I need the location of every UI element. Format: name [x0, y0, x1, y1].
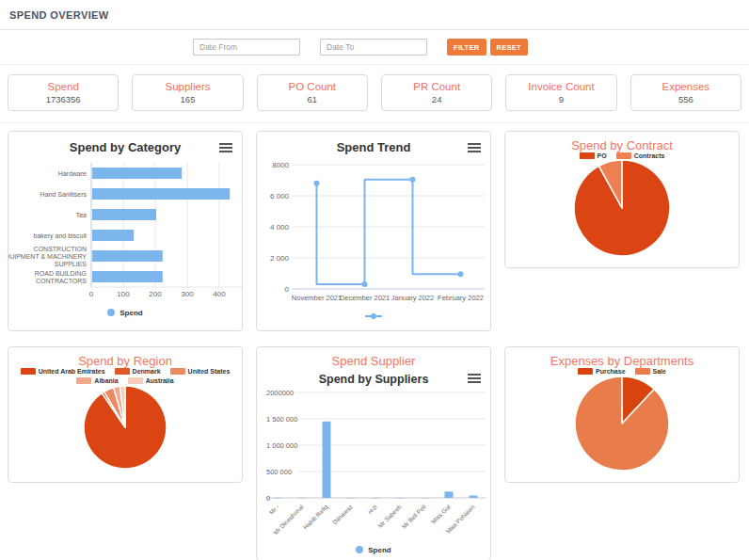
chart-legend[interactable]: Spend	[257, 541, 490, 558]
axis-tick-label: Dilnawaz	[331, 504, 354, 526]
bar-CONSTRUCTION[interactable]	[92, 250, 163, 262]
date-from-input[interactable]	[193, 39, 300, 56]
legend-swatch-icon	[578, 368, 593, 375]
axis-tick-label: 8000	[272, 161, 289, 169]
bar-bakery and biscuit[interactable]	[92, 230, 134, 241]
spend-by-region-card: Spend by Region United Arab EmiratesDenm…	[8, 346, 243, 483]
data-point-December 2021[interactable]	[362, 281, 368, 287]
legend-swatch-icon	[170, 368, 185, 375]
axis-tick-label: SUPPLIES	[55, 261, 88, 267]
card-title: Spend by Contract	[505, 132, 739, 152]
trend-line-plot: 02 0004 0006 0008000November 2021Decembe…	[257, 157, 490, 306]
chart-menu-icon[interactable]	[219, 143, 232, 152]
pie-slice-Sale[interactable]	[575, 376, 669, 471]
legend-label: Purchase	[596, 368, 626, 375]
legend-label: Sale	[653, 368, 666, 375]
stat-value: 24	[432, 94, 442, 104]
stat-value: 61	[308, 94, 318, 104]
axis-tick-label: Mr Sabeeh	[376, 503, 403, 529]
legend-item-Australia[interactable]: Australia	[128, 377, 174, 384]
legend-label: Australia	[146, 377, 174, 384]
axis-tick-label: 6 000	[270, 192, 290, 200]
axis-tick-label: 0	[266, 494, 270, 503]
legend-label: Spend	[120, 309, 142, 317]
legend-swatch-icon	[128, 377, 143, 384]
axis-tick-label: EQUIPMENT & MACHINERY	[8, 253, 87, 261]
pie-legend: POContracts	[505, 152, 739, 159]
axis-tick-label: 2 000	[270, 254, 290, 263]
spend-trend-card: Spend Trend 02 0004 0006 0008000November…	[256, 131, 491, 331]
axis-tick-label: Habib Rafiq	[302, 503, 330, 531]
category-bar-plot: 0100200300400500HardwareHand SanitisersT…	[8, 157, 242, 302]
axis-tick-label: Hand Sanitisers	[40, 191, 88, 198]
axis-tick-label: November 2021	[292, 294, 342, 302]
axis-tick-label: Mr -	[268, 504, 280, 516]
legend-label: Spend	[368, 546, 390, 554]
legend-item-Contracts[interactable]: Contracts	[616, 152, 665, 159]
legend-item-Denmark[interactable]: Denmark	[115, 368, 161, 375]
contract-pie-plot	[505, 159, 739, 261]
bar-Miss Pehlawn[interactable]	[470, 495, 478, 498]
legend-item-PO[interactable]: PO	[580, 152, 607, 159]
legend-swatch-icon	[616, 152, 631, 159]
stat-label: Spend	[48, 81, 79, 92]
axis-tick-label: January 2022	[391, 294, 434, 302]
legend-item-Sale[interactable]: Sale	[635, 368, 666, 375]
stat-label: PO Count	[289, 81, 337, 92]
axis-tick-label: 1 500 000	[266, 415, 297, 424]
reset-button[interactable]: RESET	[490, 39, 529, 56]
bar-ROAD BUILDING[interactable]	[92, 271, 163, 282]
stat-card-po-count: PO Count 61	[257, 74, 368, 111]
axis-tick-label: December 2021	[340, 294, 390, 302]
axis-tick-label: CONSTRUCTION	[34, 246, 87, 252]
chart-title: Spend by Category	[8, 132, 242, 157]
pie-legend: PurchaseSale	[505, 368, 739, 375]
axis-tick-label: rezi	[366, 504, 377, 515]
stat-label: Invoice Count	[528, 81, 594, 92]
page-header: SPEND OVERVIEW	[0, 0, 749, 30]
bar-Miss Gul[interactable]	[445, 491, 454, 498]
departments-pie-plot	[505, 375, 739, 472]
legend-marker-icon	[356, 546, 363, 553]
legend-item-Purchase[interactable]: Purchase	[578, 368, 626, 375]
stat-value: 9	[559, 94, 564, 104]
legend-marker-icon	[107, 309, 115, 316]
chart-menu-icon[interactable]	[468, 374, 481, 383]
stat-label: PR Count	[413, 81, 460, 92]
card-title: Spend Supplier	[257, 347, 490, 370]
legend-item-United States[interactable]: United States	[170, 368, 231, 375]
axis-tick-label: Hardware	[58, 170, 87, 177]
axis-tick-label: Miss Gul	[430, 503, 452, 524]
axis-tick-label: 300	[181, 290, 194, 298]
trend-line	[317, 180, 461, 284]
axis-tick-label: Mr Bell Pell	[401, 503, 428, 530]
bar-Hand Sanitisers[interactable]	[92, 188, 230, 200]
filter-button[interactable]: FILTER	[447, 39, 486, 56]
chart-title: Spend by Suppliers	[257, 370, 490, 389]
data-point-November 2021[interactable]	[314, 181, 320, 186]
axis-tick-label: bakery and biscuit	[34, 232, 87, 240]
legend-swatch-icon	[115, 368, 130, 375]
axis-tick-label: 100	[117, 290, 130, 298]
axis-tick-label: 400	[213, 290, 226, 298]
bar-Tea[interactable]	[92, 209, 156, 220]
legend-label: United States	[188, 368, 231, 375]
stat-label: Expenses	[662, 81, 710, 92]
chart-menu-icon[interactable]	[468, 143, 481, 152]
legend-swatch-icon	[21, 368, 36, 375]
bar-Hardware[interactable]	[92, 168, 182, 179]
legend-item-Albania[interactable]: Albania	[76, 377, 118, 384]
legend-item-United Arab Emirates[interactable]: United Arab Emirates	[21, 368, 105, 375]
axis-tick-label: ROAD BUILDING	[35, 270, 87, 277]
chart-legend[interactable]: Spend	[8, 302, 242, 323]
supplier-bar-plot: 0500 0001 000 0001 500 0002000000Mr -Mr …	[257, 389, 490, 541]
axis-tick-label: 1 000 000	[266, 441, 297, 450]
date-to-input[interactable]	[320, 39, 427, 56]
data-point-February 2022[interactable]	[458, 271, 464, 277]
chart-legend[interactable]	[257, 306, 490, 327]
page-title: SPEND OVERVIEW	[9, 9, 109, 21]
data-point-January 2022[interactable]	[410, 177, 416, 183]
bar-Habib Rafiq[interactable]	[323, 422, 331, 498]
stat-card-pr-count: PR Count 24	[381, 74, 492, 111]
legend-label: Albania	[94, 377, 118, 384]
